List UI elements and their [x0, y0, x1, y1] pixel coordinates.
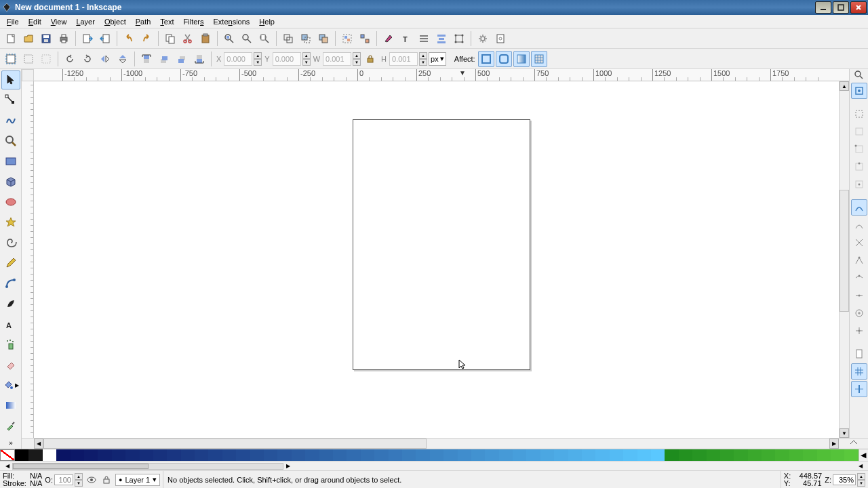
color-swatch[interactable] [707, 449, 720, 461]
document-properties-button[interactable] [492, 30, 509, 47]
node-tool[interactable] [1, 91, 20, 110]
tweak-tool[interactable] [1, 111, 20, 130]
zoom-selection-button[interactable] [221, 30, 237, 47]
menu-extensions[interactable]: Extensions [210, 16, 254, 27]
menu-layer[interactable]: Layer [72, 16, 99, 27]
color-swatch[interactable] [56, 449, 70, 461]
spiral-tool[interactable] [1, 233, 20, 252]
opacity-input[interactable] [54, 474, 73, 485]
color-swatch[interactable] [554, 449, 568, 461]
text-tool[interactable]: A [1, 314, 20, 333]
color-swatch[interactable] [803, 449, 816, 461]
snap-intersection-button[interactable] [851, 235, 867, 251]
raise-top-button[interactable] [138, 51, 155, 67]
canvas[interactable] [34, 81, 839, 438]
color-swatch[interactable] [112, 449, 125, 461]
select-all-layers-button[interactable] [20, 51, 37, 67]
color-swatch[interactable] [679, 449, 692, 461]
layer-lock-icon[interactable] [100, 474, 113, 486]
color-swatch[interactable] [513, 449, 526, 461]
color-swatch[interactable] [333, 449, 347, 461]
scroll-right-button[interactable]: ▶ [829, 439, 839, 449]
zoom-tool[interactable] [1, 131, 20, 150]
snap-cusp-button[interactable] [851, 252, 867, 268]
xml-editor-button[interactable] [416, 30, 432, 47]
color-swatch[interactable] [208, 449, 222, 461]
gradient-tool[interactable] [1, 396, 20, 415]
snap-bbox-edge-button[interactable] [851, 123, 867, 140]
unit-select[interactable]: px ▾ [429, 52, 446, 66]
hscroll-thumb[interactable] [43, 439, 427, 449]
scroll-up-button[interactable]: ▲ [840, 81, 849, 91]
color-swatch[interactable] [582, 449, 595, 461]
close-button[interactable] [850, 1, 867, 14]
color-swatch[interactable] [540, 449, 554, 461]
color-swatch[interactable] [471, 449, 485, 461]
menu-help[interactable]: Help [255, 16, 279, 27]
color-swatch[interactable] [665, 449, 678, 461]
color-swatch[interactable] [292, 449, 305, 461]
zoom-input[interactable] [833, 474, 856, 485]
affect-gradient-button[interactable] [513, 51, 530, 67]
color-swatch[interactable] [15, 449, 28, 461]
flip-horizontal-button[interactable] [97, 51, 113, 67]
color-swatch[interactable] [181, 449, 195, 461]
color-swatch[interactable] [319, 449, 333, 461]
menu-filters[interactable]: Filters [180, 16, 208, 27]
snap-center-button[interactable] [851, 305, 867, 321]
snap-path-button[interactable] [851, 217, 867, 233]
color-swatch[interactable] [526, 449, 540, 461]
calligraphy-tool[interactable] [1, 294, 20, 313]
paintbucket-tool[interactable] [1, 375, 15, 394]
layer-select[interactable]: ● Layer 1 ▾ [115, 474, 160, 486]
palette-menu-icon[interactable]: ◀ [859, 463, 863, 469]
print-button[interactable] [56, 30, 72, 47]
color-swatch[interactable] [734, 449, 747, 461]
color-swatch[interactable] [153, 449, 167, 461]
snap-guide-button[interactable] [851, 381, 867, 397]
new-button[interactable] [3, 30, 19, 47]
affect-stroke-button[interactable] [478, 51, 494, 67]
snap-bbox-button[interactable] [851, 106, 867, 122]
align-button[interactable] [433, 30, 450, 47]
zoom-corner-button[interactable] [849, 69, 868, 81]
color-swatch[interactable] [443, 449, 457, 461]
palette-scrollbar[interactable]: ◀ ▶ ◀ [0, 461, 868, 470]
save-button[interactable] [38, 30, 54, 47]
color-swatch[interactable] [485, 449, 498, 461]
scroll-down-button[interactable]: ▼ [840, 428, 849, 438]
group-button[interactable] [339, 30, 355, 47]
spray-tool[interactable] [1, 335, 20, 354]
stroke-value[interactable]: N/A [30, 480, 42, 487]
zoom-page-button[interactable] [256, 30, 273, 47]
maximize-button[interactable] [833, 1, 849, 14]
color-swatch[interactable] [817, 449, 831, 461]
scroll-corner-button[interactable] [839, 439, 868, 449]
h-input[interactable] [389, 52, 418, 66]
scroll-left-button[interactable]: ◀ [34, 439, 43, 449]
menu-file[interactable]: File [3, 16, 23, 27]
color-swatch[interactable] [762, 449, 775, 461]
color-swatch[interactable] [651, 449, 665, 461]
color-swatch[interactable] [402, 449, 416, 461]
export-button[interactable] [97, 30, 113, 47]
color-swatch[interactable] [125, 449, 139, 461]
zoom-drawing-button[interactable] [239, 30, 255, 47]
w-spin-down[interactable]: ▼ [353, 59, 361, 66]
color-swatch[interactable] [43, 449, 56, 461]
ungroup-button[interactable] [357, 30, 373, 47]
color-swatch[interactable] [844, 449, 858, 461]
redo-button[interactable] [138, 30, 155, 47]
clone-button[interactable] [298, 30, 314, 47]
snap-grid-button[interactable] [851, 363, 867, 380]
x-spin-up[interactable]: ▲ [254, 52, 262, 59]
color-swatch[interactable] [347, 449, 360, 461]
color-swatch[interactable] [775, 449, 789, 461]
color-swatch[interactable] [250, 449, 264, 461]
copy-button[interactable] [162, 30, 178, 47]
color-swatch[interactable] [195, 449, 208, 461]
lower-bottom-button[interactable] [191, 51, 208, 67]
affect-corners-button[interactable] [496, 51, 512, 67]
color-swatch[interactable] [389, 449, 402, 461]
color-swatch[interactable] [568, 449, 582, 461]
